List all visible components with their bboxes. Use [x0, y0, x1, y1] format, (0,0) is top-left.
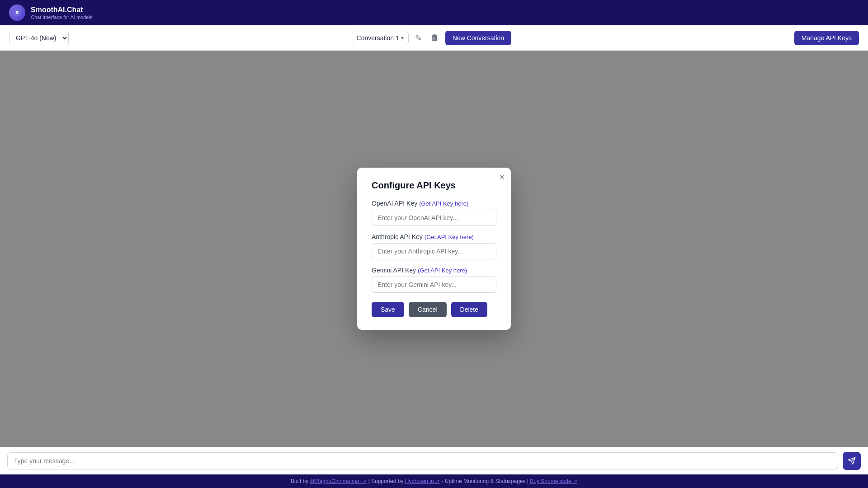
openai-field-group: OpenAI API Key (Get API Key here) [372, 200, 496, 226]
chevron-down-icon: ▾ [401, 35, 404, 41]
anthropic-get-key-link[interactable]: (Get API Key here) [425, 234, 474, 240]
anthropic-field-label: Anthropic API Key (Get API Key here) [372, 233, 496, 240]
new-conversation-button[interactable]: New Conversation [445, 31, 511, 45]
message-bar [0, 447, 868, 474]
footer-source-link[interactable]: Buy Source code ↗ [530, 478, 577, 484]
conversation-selector[interactable]: Conversation 1 ▾ [352, 32, 409, 44]
save-button[interactable]: Save [372, 302, 404, 317]
rename-conversation-button[interactable]: ✎ [412, 30, 425, 46]
configure-api-keys-modal: × Configure API Keys OpenAI API Key (Get… [357, 168, 511, 330]
brand-text: SmoothAI.Chat Chat Interface for AI mode… [31, 5, 92, 19]
brand-name: SmoothAI.Chat [31, 5, 92, 14]
delete-button[interactable]: Delete [451, 302, 487, 317]
footer-built-text: Built by [291, 478, 310, 484]
brand-logo [9, 5, 25, 21]
send-icon [848, 457, 856, 465]
modal-overlay: × Configure API Keys OpenAI API Key (Get… [0, 51, 868, 447]
gemini-get-key-link[interactable]: (Get API Key here) [418, 267, 467, 274]
footer-author-link[interactable]: @RaghuChinnannan ↗ [310, 478, 367, 484]
conversation-label: Conversation 1 [357, 34, 399, 42]
toolbar: GPT-4o (New) Conversation 1 ▾ ✎ 🗑 New Co… [0, 25, 868, 51]
gemini-field-group: Gemini API Key (Get API Key here) [372, 267, 496, 293]
gemini-api-key-input[interactable] [372, 277, 496, 293]
footer: Built by @RaghuChinnannan ↗ | Supported … [0, 474, 868, 488]
main-content: × Configure API Keys OpenAI API Key (Get… [0, 51, 868, 447]
openai-api-key-input[interactable] [372, 210, 496, 226]
cancel-button[interactable]: Cancel [409, 302, 447, 317]
anthropic-api-key-input[interactable] [372, 243, 496, 259]
openai-get-key-link[interactable]: (Get API Key here) [419, 200, 468, 207]
send-button[interactable] [843, 452, 861, 470]
manage-api-keys-button[interactable]: Manage API Keys [794, 31, 859, 45]
footer-hydrozen-link[interactable]: Hydrozen.io ↗ [405, 478, 440, 484]
anthropic-field-group: Anthropic API Key (Get API Key here) [372, 233, 496, 259]
footer-uptime-text: - Uptime Monitoring & Statuspages | [440, 478, 530, 484]
model-select[interactable]: GPT-4o (New) [9, 31, 69, 45]
model-select-wrapper: GPT-4o (New) [9, 31, 69, 45]
brand-tagline: Chat Interface for AI models [31, 14, 92, 20]
message-input[interactable] [7, 452, 838, 469]
navbar: SmoothAI.Chat Chat Interface for AI mode… [0, 0, 868, 25]
modal-title: Configure API Keys [372, 180, 496, 191]
openai-field-label: OpenAI API Key (Get API Key here) [372, 200, 496, 207]
delete-conversation-button[interactable]: 🗑 [428, 30, 442, 45]
footer-supported-text: | Supported by [367, 478, 405, 484]
gemini-field-label: Gemini API Key (Get API Key here) [372, 267, 496, 274]
toolbar-center: Conversation 1 ▾ ✎ 🗑 New Conversation [74, 30, 789, 46]
modal-actions: Save Cancel Delete [372, 302, 496, 317]
modal-close-button[interactable]: × [500, 173, 505, 181]
